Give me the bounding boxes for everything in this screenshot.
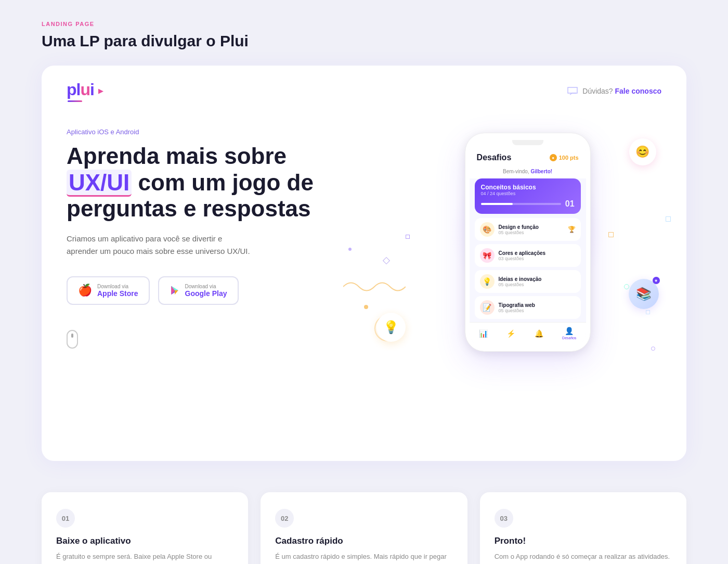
app-list-item: 💡 Ideias e inovação 05 questões [475,270,581,293]
step-card: 02 Cadastro rápido É um cadastro rápido … [261,492,467,564]
phone-bottom-bar [470,343,586,347]
apple-store-button[interactable]: 🍎 Download via Apple Store [67,276,150,305]
coin-icon: ● [550,154,557,161]
list-item-count: 05 questões [499,230,564,235]
list-item-text: Design e função 05 questões [499,224,564,235]
app-tag: Aplicativo iOS e Android [67,128,394,136]
hero-right: 😊 📚 ★ Desafios ● [394,123,661,373]
list-item-name: Ideias e inovação [499,276,576,282]
step-card: 01 Baixe o aplicativo É gratuito e sempr… [42,492,248,564]
app-welcome: Bem-vindo, Gilberto! [470,166,586,178]
progress-bar [481,203,561,205]
deco-square-2 [666,216,671,222]
nav-label: Desafios [562,336,576,340]
phone-notch [512,140,543,145]
step-title: Pronto! [495,536,672,546]
phone-status-bar [470,137,586,148]
nav-right: Dúvidas? Fale conosco [567,86,661,96]
app-header: Desafios ● 100 pts [470,148,586,166]
list-item-text: Ideias e inovação 05 questões [499,276,576,287]
app-list-item: 🎀 Cores e aplicações 03 questões [475,244,581,267]
list-item-name: Tipografia web [499,302,576,308]
step-title: Baixe o aplicativo [56,536,233,546]
app-bottom-nav: 📊 ⚡ 🔔 👤 Desafios [470,322,586,343]
step-title: Cadastro rápido [275,536,452,546]
apple-btn-text: Download via Apple Store [97,284,138,298]
list-item-text: Cores e aplicações 03 questões [499,250,576,261]
app-nav-item[interactable]: ⚡ [506,329,515,338]
list-item-icon: 📝 [480,300,495,315]
app-nav-item[interactable]: 📊 [479,329,488,338]
step-number: 02 [275,509,294,528]
list-item-name: Design e função [499,224,564,230]
progress-fill [481,203,513,205]
app-nav-item[interactable]: 🔔 [535,329,543,338]
list-item-text: Tipografia web 05 questões [499,302,576,313]
step-number: 01 [56,509,75,528]
google-play-button[interactable]: Download via Google Play [158,276,239,305]
app-list-item: 🎨 Design e função 05 questões 🏆 [475,218,581,241]
hero-headline: Aprenda mais sobre UX/UI com um jogo dep… [67,143,394,222]
google-play-icon [170,285,180,296]
step-card: 03 Pronto! Com o App rodando é só começa… [480,492,686,564]
store-buttons: 🍎 Download via Apple Store Do [67,276,394,305]
headline-highlight: UX/UI [67,170,132,197]
nav-icon: 🔔 [535,329,543,338]
phone-screen: Desafios ● 100 pts Bem-vindo, Gilberto! … [470,148,586,343]
list-item-count: 05 questões [499,308,576,313]
scroll-indicator [67,330,78,349]
scroll-dot [71,334,73,338]
page-title: Uma LP para divulgar o Plui [42,32,686,50]
apple-icon: 🍎 [78,284,92,297]
list-item-name: Cores e aplicações [499,250,576,256]
chat-icon [567,86,578,96]
active-course-card: Conceitos básicos 04 / 24 questões 01 [475,178,581,214]
navbar: plui ▶ Dúvidas? Fale conosco [42,66,686,102]
nav-icon: 📊 [479,329,488,338]
course-progress: 01 [481,199,575,209]
list-item-icon: 🎨 [480,222,495,237]
step-text: É gratuito e sempre será. Baixe pela App… [56,552,233,564]
nav-icon: ⚡ [506,329,515,338]
logo: plui ▶ [67,80,102,102]
list-item-count: 05 questões [499,282,576,287]
list-item-count: 03 questões [499,256,576,261]
landing-tag: LANDING PAGE [42,21,686,27]
step-text: Com o App rodando é só começar a realiza… [495,552,672,562]
hero-section: 💡 Aplicativo iOS e Android Aprenda mais … [42,102,686,393]
logo-text: plui ▶ [67,80,102,99]
nav-icon: 👤 [565,327,574,335]
app-screen-title: Desafios [477,153,512,162]
headline-part1: Aprenda mais sobre [67,143,287,169]
google-btn-text: Download via Google Play [185,284,227,298]
step-number: 03 [495,509,513,528]
float-badge-book: 📚 ★ [629,279,659,309]
step-text: É um cadastro rápido e simples. Mais ráp… [275,552,452,564]
main-card: plui ▶ Dúvidas? Fale conosco [42,66,686,461]
hero-subtext: Criamos um aplicativo para você se diver… [67,233,254,258]
list-item-icon: 🎀 [480,248,495,263]
float-badge-smiley: 😊 [629,138,656,165]
hero-left: Aplicativo iOS e Android Aprenda mais so… [67,123,394,349]
bottom-section: 01 Baixe o aplicativo É gratuito e sempr… [42,471,686,564]
course-list: 🎨 Design e função 05 questões 🏆 🎀 Cores … [470,218,586,319]
phone-mockup: Desafios ● 100 pts Bem-vindo, Gilberto! … [465,133,590,351]
list-item-icon: 💡 [480,274,495,289]
trophy-icon: 🏆 [568,226,576,233]
steps-cards: 01 Baixe o aplicativo É gratuito e sempr… [42,492,686,564]
nav-help-text: Dúvidas? Fale conosco [582,87,661,95]
nav-help-link[interactable]: Fale conosco [615,87,661,95]
app-list-item: 📝 Tipografia web 05 questões [475,296,581,319]
app-points: ● 100 pts [550,154,579,161]
app-nav-item[interactable]: 👤 Desafios [562,327,576,340]
